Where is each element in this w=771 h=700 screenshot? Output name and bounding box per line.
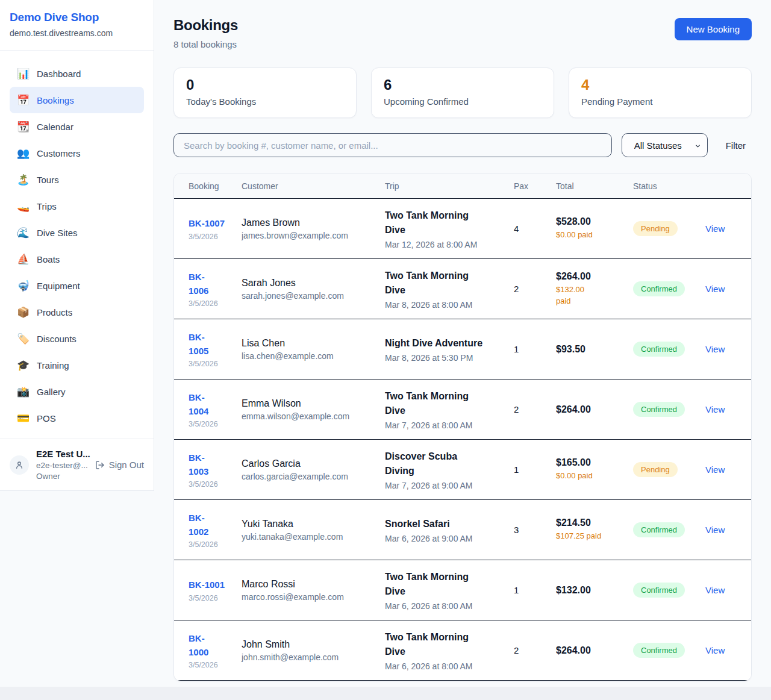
booking-id-link[interactable]: BK-1001 [189,578,242,592]
view-link[interactable]: View [705,284,725,294]
total-amount: $528.00 [556,216,633,227]
paid-amount: $107.25 paid [556,531,633,542]
booking-id-link[interactable]: BK- 1006 [189,270,242,298]
pax-cell: 2 [514,284,556,295]
view-link[interactable]: View [705,223,725,234]
search-input[interactable] [173,133,612,157]
sidebar-item[interactable]: 📆 Calendar [10,113,144,140]
sidebar-user-section: E2E Test U... e2e-tester@... Owner Sign … [0,439,154,490]
trip-cell: Two Tank Morning Dive Mar 12, 2026 at 8:… [385,208,514,249]
trip-datetime: Mar 7, 2026 at 8:00 AM [385,420,514,430]
user-info: E2E Test U... e2e-tester@... Owner [36,448,88,481]
trip-cell: Discover Scuba Diving Mar 7, 2026 at 9:0… [385,449,514,490]
pax-cell: 1 [514,464,556,475]
sidebar-item[interactable]: 🏷️ Discounts [10,325,144,352]
sidebar-item[interactable]: 🌊 Dive Sites [10,219,144,246]
column-header-trip: Trip [385,181,514,191]
actions-cell: View [705,464,751,475]
status-badge: Confirmed [633,522,685,537]
booking-date: 3/5/2026 [189,299,242,308]
status-cell: Confirmed [633,342,705,357]
calendar-icon: 📅 [17,95,29,105]
view-link[interactable]: View [705,404,725,414]
booking-date: 3/5/2026 [189,233,242,241]
sidebar-header: Demo Dive Shop demo.test.divestreams.com [0,0,154,51]
total-cell: $165.00 $0.00 paid [556,457,633,482]
view-link[interactable]: View [705,585,725,595]
total-cell: $132.00 [556,585,633,596]
customer-email: john.smith@example.com [242,652,385,662]
booking-date: 3/5/2026 [189,661,242,669]
trip-datetime: Mar 6, 2026 at 8:00 AM [385,661,514,671]
stat-card: 0 Today's Bookings [173,67,357,118]
sidebar-item[interactable]: 💳 POS [10,405,144,431]
sidebar-item[interactable]: 📅 Bookings [10,87,144,113]
sidebar-item-label: Dive Sites [37,228,78,238]
booking-cell: BK- 1003 3/5/2026 [174,451,242,489]
customer-email: lisa.chen@example.com [242,351,385,361]
actions-cell: View [705,585,751,596]
total-amount: $264.00 [556,404,633,415]
booking-date: 3/5/2026 [189,540,242,549]
trip-datetime: Mar 6, 2026 at 9:00 AM [385,534,514,543]
total-amount: $214.50 [556,517,633,528]
graduation-cap-icon: 🎓 [17,360,29,370]
page-title-block: Bookings 8 total bookings [173,17,238,49]
sign-out-button[interactable]: Sign Out [95,460,144,470]
page-header: Bookings 8 total bookings New Booking [173,17,752,49]
stat-cards: 0 Today's Bookings 6 Upcoming Confirmed … [173,67,752,118]
column-header-pax: Pax [514,181,556,191]
sidebar-item[interactable]: 🤿 Equipment [10,272,144,299]
sidebar-item[interactable]: 📦 Products [10,299,144,325]
user-role: Owner [36,471,88,482]
booking-id-link[interactable]: BK- 1004 [189,390,242,419]
view-link[interactable]: View [705,525,725,535]
sidebar-item[interactable]: 📊 Dashboard [10,60,144,87]
sidebar-item[interactable]: 👥 Customers [10,140,144,166]
view-link[interactable]: View [705,645,725,655]
sidebar-item[interactable]: 🚤 Trips [10,193,144,219]
booking-id-link[interactable]: BK- 1000 [189,631,242,660]
booking-cell: BK- 1002 3/5/2026 [174,511,242,549]
sidebar-item-label: POS [37,413,56,423]
trip-name: Snorkel Safari [385,517,514,531]
column-header-total: Total [556,181,633,191]
new-booking-button[interactable]: New Booking [675,18,752,40]
customer-cell: Carlos Garcia carlos.garcia@example.com [242,458,385,481]
status-cell: Confirmed [633,522,705,537]
booking-cell: BK-1001 3/5/2026 [174,578,242,602]
pax-count: 2 [514,404,519,414]
pax-count: 2 [514,284,519,294]
sidebar-item[interactable]: 🎓 Training [10,352,144,378]
booking-cell: BK-1007 3/5/2026 [174,216,242,240]
camera-flash-icon: 📸 [17,387,29,397]
stat-value: 6 [384,77,542,93]
column-header-status: Status [633,181,705,191]
stat-card: 4 Pending Payment [569,67,752,118]
pax-cell: 3 [514,525,556,536]
sidebar-item[interactable]: ⛵ Boats [10,246,144,272]
sidebar-item-label: Dashboard [37,69,81,79]
actions-cell: View [705,645,751,656]
sidebar-item-label: Bookings [37,95,74,105]
booking-id-link[interactable]: BK- 1005 [189,330,242,358]
booking-id-link[interactable]: BK-1007 [189,216,242,230]
view-link[interactable]: View [705,344,725,354]
sidebar-item[interactable]: 📸 Gallery [10,378,144,405]
sidebar-item-label: Trips [37,201,57,211]
status-cell: Pending [633,221,705,236]
view-link[interactable]: View [705,464,725,475]
wave-icon: 🌊 [17,228,29,238]
status-badge: Confirmed [633,643,685,658]
booking-id-link[interactable]: BK- 1002 [189,511,242,539]
user-name: E2E Test U... [36,448,88,460]
total-amount: $264.00 [556,645,633,656]
filter-button[interactable]: Filter [717,140,752,151]
stat-value: 0 [186,77,344,93]
booking-date: 3/5/2026 [189,360,242,368]
booking-id-link[interactable]: BK- 1003 [189,451,242,479]
total-cell: $264.00 [556,404,633,415]
customer-cell: Lisa Chen lisa.chen@example.com [242,338,385,361]
status-select[interactable]: All Statuses [622,133,708,157]
sidebar-item[interactable]: 🏝️ Tours [10,166,144,193]
